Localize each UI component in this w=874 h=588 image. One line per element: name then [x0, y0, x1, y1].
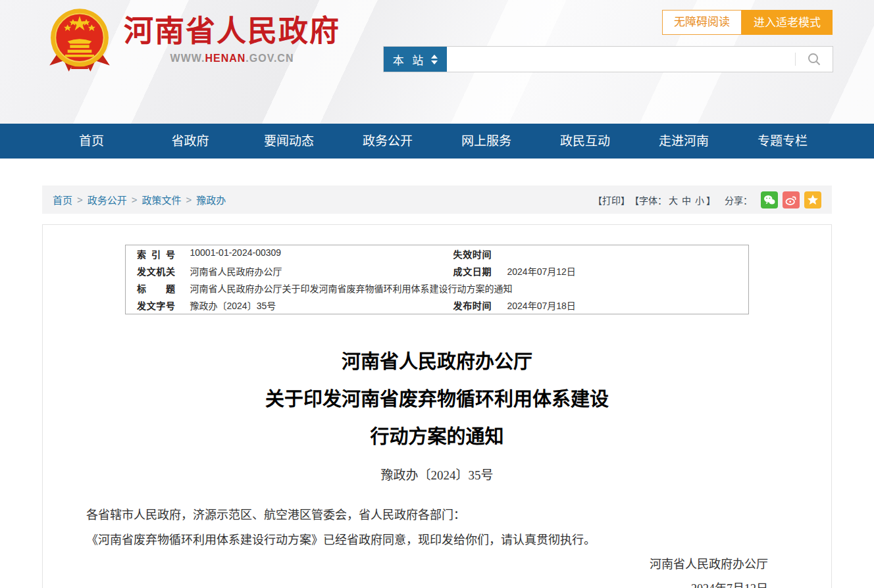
star-icon — [807, 194, 819, 205]
meta-publish-label: 发布时间 — [453, 297, 507, 314]
meta-title-value: 河南省人民政府办公厅关于印发河南省废弃物循环利用体系建设行动方案的通知 — [190, 280, 749, 297]
document-meta-table: 索引号 10001-01-2024-00309 失效时间 发文机关 河南省人民政… — [125, 245, 749, 314]
site-logo[interactable]: 河南省人民政府 WWW.HENAN.GOV.CN — [43, 4, 340, 76]
meta-index-label: 索引号 — [126, 245, 190, 263]
search-scope-label: 本 站 — [393, 51, 426, 68]
document-title: 河南省人民政府办公厅 关于印发河南省废弃物循环利用体系建设 行动方案的通知 — [43, 343, 831, 456]
breadcrumb-separator: > — [186, 194, 192, 205]
search-input[interactable] — [447, 47, 795, 72]
meta-title-label: 标题 — [126, 280, 190, 297]
breadcrumb-policy-docs[interactable]: 政策文件 — [142, 193, 182, 207]
font-size-control: 【字体：大中小】 — [630, 193, 715, 207]
signature-agency: 河南省人民政府办公厅 — [63, 552, 768, 577]
site-header: 河南省人民政府 WWW.HENAN.GOV.CN 无障碍阅读 进入适老模式 本 … — [0, 0, 874, 124]
document-title-line2: 关于印发河南省废弃物循环利用体系建设 — [43, 381, 831, 418]
national-emblem-icon — [43, 4, 116, 76]
signature-block: 河南省人民政府办公厅 2024年7月12日 — [63, 552, 768, 588]
print-button[interactable]: 【打印】 — [593, 193, 630, 207]
share-label: 分享： — [725, 193, 752, 207]
site-url: WWW.HENAN.GOV.CN — [124, 53, 340, 64]
nav-item-provincial-gov[interactable]: 省政府 — [141, 124, 240, 159]
font-size-medium[interactable]: 中 — [682, 195, 691, 206]
breadcrumb-gov-affairs[interactable]: 政务公开 — [88, 193, 127, 207]
meta-written-label: 成文日期 — [453, 262, 507, 280]
search-button[interactable] — [796, 47, 833, 72]
nav-item-interaction[interactable]: 政民互动 — [536, 124, 634, 159]
nav-item-gov-affairs[interactable]: 政务公开 — [338, 124, 437, 159]
weibo-icon — [785, 195, 797, 205]
meta-docnum-value: 豫政办〔2024〕35号 — [190, 297, 453, 314]
nav-item-special-topics[interactable]: 专题专栏 — [733, 124, 832, 159]
document-paragraph-2: 《河南省废弃物循环利用体系建设行动方案》已经省政府同意，现印发给你们，请认真贯彻… — [63, 527, 811, 552]
meta-row-docnum: 发文字号 豫政办〔2024〕35号 发布时间 2024年07月18日 — [126, 297, 749, 314]
meta-written-value: 2024年07月12日 — [507, 262, 749, 280]
breadcrumb: 首页 > 政务公开 > 政策文件 > 豫政办 — [53, 193, 226, 207]
document-title-line1: 河南省人民政府办公厅 — [43, 343, 831, 381]
font-size-small[interactable]: 小 — [695, 195, 704, 206]
font-size-prefix: 【字体： — [630, 195, 667, 206]
url-suffix: .GOV.CN — [245, 53, 294, 64]
nav-item-online-services[interactable]: 网上服务 — [437, 124, 536, 159]
meta-index-value: 10001-01-2024-00309 — [190, 245, 453, 263]
meta-publish-value: 2024年07月18日 — [507, 297, 749, 314]
breadcrumb-separator: > — [77, 194, 83, 205]
breadcrumb-home[interactable]: 首页 — [53, 193, 72, 207]
elder-mode-button[interactable]: 进入适老模式 — [742, 10, 833, 35]
meta-row-title: 标题 河南省人民政府办公厅关于印发河南省废弃物循环利用体系建设行动方案的通知 — [126, 280, 749, 297]
search-icon — [807, 52, 821, 66]
meta-expiry-label: 失效时间 — [453, 245, 507, 263]
nav-item-about-henan[interactable]: 走进河南 — [634, 124, 733, 159]
page-toolbar: 【打印】 【字体：大中小】 分享： — [593, 191, 821, 208]
nav-item-news[interactable]: 要闻动态 — [240, 124, 338, 159]
accessibility-button[interactable]: 无障碍阅读 — [662, 10, 742, 35]
nav-item-home[interactable]: 首页 — [42, 124, 141, 159]
breadcrumb-yuzhengban[interactable]: 豫政办 — [196, 193, 226, 207]
font-size-suffix: 】 — [706, 195, 715, 206]
document-title-line3: 行动方案的通知 — [43, 418, 831, 456]
signature-date: 2024年7月12日 — [63, 577, 768, 588]
meta-expiry-value — [507, 245, 749, 263]
document-body: 各省辖市人民政府，济源示范区、航空港区管委会，省人民政府各部门： 《河南省废弃物… — [63, 502, 811, 588]
url-www: WWW. — [170, 53, 205, 64]
font-size-large[interactable]: 大 — [669, 195, 678, 206]
chevron-updown-icon — [431, 55, 438, 64]
weibo-share-button[interactable] — [783, 191, 800, 208]
favorite-share-button[interactable] — [804, 191, 821, 208]
document-paragraph-1: 各省辖市人民政府，济源示范区、航空港区管委会，省人民政府各部门： — [63, 502, 811, 527]
wechat-icon — [763, 195, 775, 205]
meta-agency-label: 发文机关 — [126, 262, 190, 280]
meta-agency-value: 河南省人民政府办公厅 — [190, 262, 453, 280]
site-title: 河南省人民政府 — [124, 14, 340, 49]
document-article: 河南省人民政府办公厅 关于印发河南省废弃物循环利用体系建设 行动方案的通知 豫政… — [43, 343, 831, 588]
meta-row-index: 索引号 10001-01-2024-00309 失效时间 — [126, 245, 749, 263]
wechat-share-button[interactable] — [761, 191, 778, 208]
document-number: 豫政办〔2024〕35号 — [43, 465, 831, 483]
url-domain: HENAN — [205, 53, 245, 64]
document-panel: 索引号 10001-01-2024-00309 失效时间 发文机关 河南省人民政… — [42, 224, 832, 588]
main-nav: 首页 省政府 要闻动态 政务公开 网上服务 政民互动 走进河南 专题专栏 — [0, 124, 874, 159]
meta-row-agency: 发文机关 河南省人民政府办公厅 成文日期 2024年07月12日 — [126, 262, 749, 280]
meta-docnum-label: 发文字号 — [126, 297, 190, 314]
search-bar: 本 站 — [383, 46, 833, 72]
header-quick-buttons: 无障碍阅读 进入适老模式 — [662, 10, 833, 35]
breadcrumb-separator: > — [132, 194, 138, 205]
search-scope-select[interactable]: 本 站 — [384, 47, 447, 72]
breadcrumb-toolbar-row: 首页 > 政务公开 > 政策文件 > 豫政办 【打印】 【字体：大中小】 分享： — [42, 185, 832, 214]
